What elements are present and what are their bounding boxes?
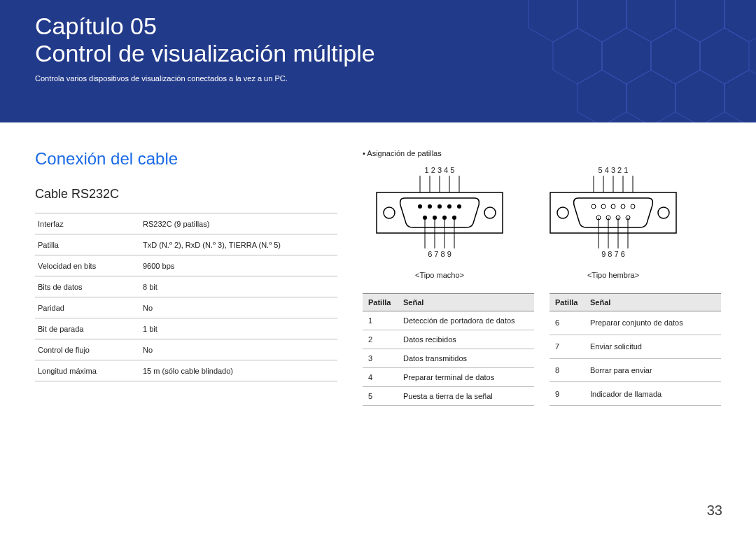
spec-value: 9600 bps xyxy=(140,255,337,276)
spec-value: 15 m (sólo cable blindado) xyxy=(140,360,337,381)
svg-text:5 4 3 2 1: 5 4 3 2 1 xyxy=(598,166,629,174)
svg-marker-7 xyxy=(651,28,700,84)
pin-number: 7 xyxy=(550,335,584,358)
spec-value: 8 bit xyxy=(140,276,337,297)
page: Capítulo 05 Control de visualización múl… xyxy=(0,0,756,534)
svg-marker-12 xyxy=(724,70,756,122)
spec-value: No xyxy=(140,339,337,360)
female-connector-caption: <Tipo hembra> xyxy=(536,271,690,279)
content-area: Conexión del cable Cable RS232C Interfaz… xyxy=(0,122,756,406)
table-row: InterfazRS232C (9 patillas) xyxy=(35,213,337,234)
svg-marker-6 xyxy=(602,28,651,84)
table-row: 6Preparar conjunto de datos xyxy=(550,311,721,335)
table-row: ParidadNo xyxy=(35,297,337,318)
spec-key: Paridad xyxy=(35,297,140,318)
pin-signal: Datos transmitidos xyxy=(398,349,534,368)
pin-signal: Preparar terminal de datos xyxy=(398,368,534,387)
left-column: Conexión del cable Cable RS232C Interfaz… xyxy=(35,149,337,406)
table-row: 8Borrar para enviar xyxy=(550,358,721,382)
pin-signal: Detección de portadora de datos xyxy=(398,311,534,330)
spec-key: Longitud máxima xyxy=(35,360,140,381)
hex-pattern-icon xyxy=(518,0,756,122)
spec-value: No xyxy=(140,297,337,318)
pin-signal: Puesta a tierra de la señal xyxy=(398,387,534,406)
pin-col-header: Patilla xyxy=(550,294,584,311)
svg-text:9 8 7 6: 9 8 7 6 xyxy=(601,250,625,258)
female-connector-icon: 5 4 3 2 1 xyxy=(536,164,690,262)
pin-signal: Borrar para enviar xyxy=(584,358,721,382)
svg-point-25 xyxy=(447,204,451,209)
spec-key: Bit de parada xyxy=(35,318,140,339)
pin-table-left: Patilla Señal 1Detección de portadora de… xyxy=(363,293,534,406)
chapter-banner: Capítulo 05 Control de visualización múl… xyxy=(0,0,756,122)
pin-number: 6 xyxy=(550,311,584,335)
spec-value: RS232C (9 patillas) xyxy=(140,213,337,234)
svg-marker-9 xyxy=(578,70,626,122)
table-row: 4Preparar terminal de datos xyxy=(363,368,534,387)
table-row: 9Indicador de llamada xyxy=(550,382,721,406)
spec-key: Interfaz xyxy=(35,213,140,234)
pin-col-header: Patilla xyxy=(363,294,398,311)
spec-value: TxD (N.º 2), RxD (N.º 3), TIERRA (N.º 5) xyxy=(140,234,337,255)
svg-marker-11 xyxy=(676,70,724,122)
table-row: PatillaTxD (N.º 2), RxD (N.º 3), TIERRA … xyxy=(35,234,337,255)
svg-point-47 xyxy=(611,204,615,209)
signal-col-header: Señal xyxy=(584,294,721,311)
svg-marker-4 xyxy=(724,0,756,42)
connector-diagrams: 1 2 3 4 5 xyxy=(363,164,721,279)
table-row: 2Datos recibidos xyxy=(363,330,534,349)
svg-text:1 2 3 4 5: 1 2 3 4 5 xyxy=(425,166,455,174)
female-connector-block: 5 4 3 2 1 xyxy=(536,164,690,279)
svg-point-46 xyxy=(601,204,606,209)
pin-signal: Indicador de llamada xyxy=(584,382,721,406)
svg-marker-3 xyxy=(676,0,724,42)
svg-marker-8 xyxy=(700,28,749,84)
pin-number: 5 xyxy=(363,387,398,406)
svg-marker-5 xyxy=(553,28,602,84)
svg-marker-0 xyxy=(528,0,578,42)
spec-key: Patilla xyxy=(35,234,140,255)
table-row: Control de flujoNo xyxy=(35,339,337,360)
section-title: Conexión del cable xyxy=(35,149,337,169)
pin-signal: Enviar solicitud xyxy=(584,335,721,358)
spec-value: 1 bit xyxy=(140,318,337,339)
table-row: Bits de datos8 bit xyxy=(35,276,337,297)
pin-signal: Datos recibidos xyxy=(398,330,534,349)
table-row: Bit de parada1 bit xyxy=(35,318,337,339)
svg-point-45 xyxy=(592,204,596,209)
pin-assignment-label: Asignación de patillas xyxy=(363,149,721,157)
page-number: 33 xyxy=(707,503,722,519)
table-row: Longitud máxima15 m (sólo cable blindado… xyxy=(35,360,337,381)
spec-table: InterfazRS232C (9 patillas)PatillaTxD (N… xyxy=(35,213,337,381)
pin-number: 1 xyxy=(363,311,398,330)
table-row: 1Detección de portadora de datos xyxy=(363,311,534,330)
subsection-title: Cable RS232C xyxy=(35,187,337,202)
svg-point-26 xyxy=(457,204,461,209)
svg-text:6 7 8 9: 6 7 8 9 xyxy=(428,250,451,258)
male-connector-caption: <Tipo macho> xyxy=(363,271,517,279)
svg-marker-10 xyxy=(626,70,676,122)
pin-number: 2 xyxy=(363,330,398,349)
pin-number: 4 xyxy=(363,368,398,387)
table-row: 7Enviar solicitud xyxy=(550,335,721,358)
male-connector-block: 1 2 3 4 5 xyxy=(363,164,517,279)
spec-key: Control de flujo xyxy=(35,339,140,360)
male-connector-icon: 1 2 3 4 5 xyxy=(363,164,517,262)
table-row: Velocidad en bits9600 bps xyxy=(35,255,337,276)
pin-signal: Preparar conjunto de datos xyxy=(584,311,721,335)
table-row: 5Puesta a tierra de la señal xyxy=(363,387,534,406)
spec-key: Velocidad en bits xyxy=(35,255,140,276)
pin-number: 8 xyxy=(550,358,584,382)
svg-point-24 xyxy=(438,204,442,209)
svg-point-22 xyxy=(418,204,422,209)
svg-point-23 xyxy=(428,204,432,209)
svg-marker-1 xyxy=(578,0,626,42)
svg-point-48 xyxy=(621,204,625,209)
table-row: 3Datos transmitidos xyxy=(363,349,534,368)
chapter-number: Capítulo 05 xyxy=(35,13,157,39)
signal-col-header: Señal xyxy=(398,294,534,311)
pin-tables: Patilla Señal 1Detección de portadora de… xyxy=(363,293,721,406)
svg-marker-2 xyxy=(626,0,676,42)
spec-key: Bits de datos xyxy=(35,276,140,297)
svg-point-49 xyxy=(631,204,635,209)
